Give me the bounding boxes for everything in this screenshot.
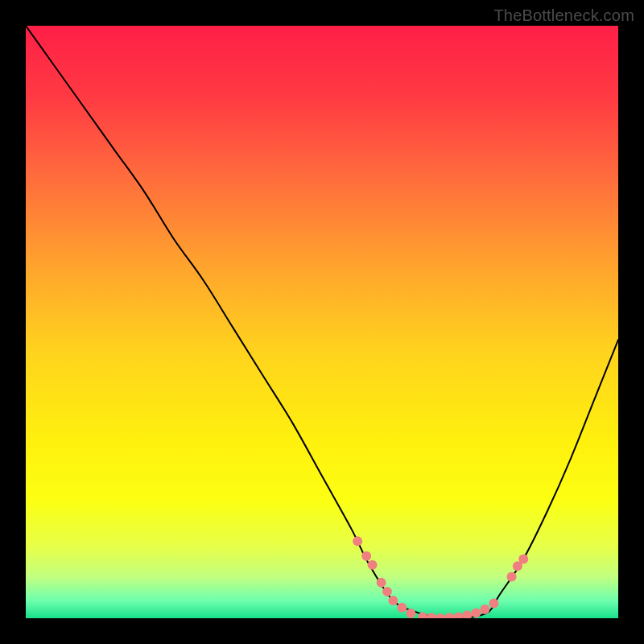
sample-dot: [368, 560, 378, 570]
gradient-background: [26, 26, 618, 618]
sample-dot: [471, 608, 481, 617]
sample-dot: [507, 572, 517, 581]
sample-dot: [388, 596, 398, 605]
sample-dot: [353, 536, 362, 546]
chart-svg: [26, 26, 618, 618]
sample-dot: [377, 578, 386, 588]
sample-dot: [406, 609, 415, 618]
sample-dot: [382, 587, 392, 597]
watermark-text: TheBottleneck.com: [493, 6, 634, 25]
plot-area: [26, 26, 618, 618]
sample-dot: [489, 599, 498, 609]
sample-dot: [480, 605, 489, 614]
chart-container: TheBottleneck.com: [0, 0, 644, 644]
sample-dot: [397, 603, 407, 613]
sample-dot: [518, 554, 528, 564]
sample-dot: [361, 551, 371, 561]
